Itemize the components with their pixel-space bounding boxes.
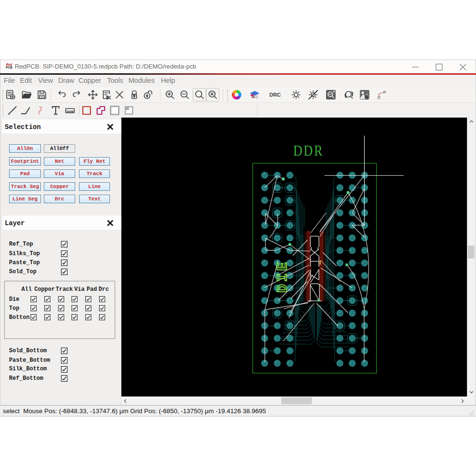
svg-text:DDR: DDR [293, 142, 324, 159]
svg-text:DIE: DIE [275, 260, 291, 293]
